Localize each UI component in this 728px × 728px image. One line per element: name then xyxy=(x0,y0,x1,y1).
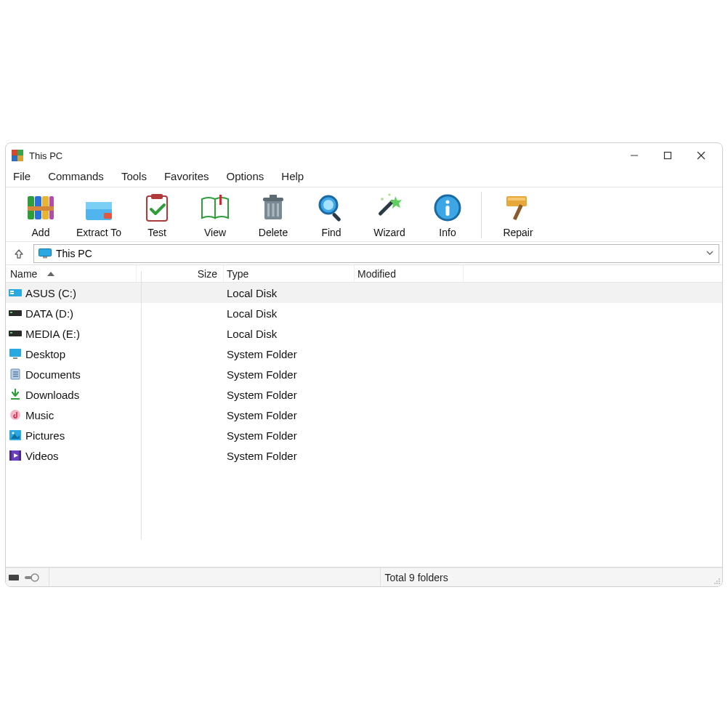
resize-grip-icon[interactable] xyxy=(711,568,722,586)
toolbar-label: View xyxy=(186,227,244,238)
svg-rect-11 xyxy=(151,194,163,199)
status-icons xyxy=(6,568,49,586)
list-item[interactable]: DownloadsSystem Folder xyxy=(6,384,722,405)
menu-commands[interactable]: Commands xyxy=(48,170,104,182)
column-name[interactable]: Name xyxy=(6,265,137,282)
item-type: System Folder xyxy=(224,389,355,401)
magnifier-icon xyxy=(315,192,347,224)
address-bar[interactable]: This PC xyxy=(33,244,719,263)
column-modified[interactable]: Modified xyxy=(355,265,464,282)
svg-point-60 xyxy=(719,583,720,584)
address-row: This PC xyxy=(6,242,722,265)
doc-icon xyxy=(9,368,23,381)
item-name: Pictures xyxy=(25,429,65,442)
menu-tools[interactable]: Tools xyxy=(121,170,147,182)
item-type: System Folder xyxy=(224,450,355,462)
item-type: System Folder xyxy=(224,409,355,421)
item-type: System Folder xyxy=(224,368,355,381)
svg-rect-30 xyxy=(513,204,523,220)
toolbar-view[interactable]: View xyxy=(186,190,244,238)
list-item[interactable]: PicturesSystem Folder xyxy=(6,425,722,445)
toolbar-label: Delete xyxy=(244,227,302,238)
item-type: System Folder xyxy=(224,348,355,360)
menu-file[interactable]: File xyxy=(13,170,31,182)
svg-rect-37 xyxy=(10,312,12,313)
column-size[interactable]: Size xyxy=(137,265,224,282)
svg-point-63 xyxy=(714,583,716,584)
svg-point-50 xyxy=(12,432,15,434)
svg-rect-29 xyxy=(508,198,525,201)
svg-rect-18 xyxy=(270,195,277,198)
menu-favorites[interactable]: Favorites xyxy=(164,170,209,182)
list-item[interactable]: MEDIA (E:)Local Disk xyxy=(6,323,722,344)
list-item[interactable]: DocumentsSystem Folder xyxy=(6,364,722,384)
svg-rect-34 xyxy=(10,291,14,292)
minimize-button[interactable] xyxy=(618,145,651,166)
menu-options[interactable]: Options xyxy=(227,170,264,182)
toolbar-label: Test xyxy=(128,227,186,238)
clipboard-check-icon xyxy=(141,192,173,224)
toolbar-wizard[interactable]: Wizard xyxy=(360,190,418,238)
toolbar-repair[interactable]: Repair xyxy=(489,190,547,238)
books-icon xyxy=(25,192,57,224)
column-type[interactable]: Type xyxy=(224,265,355,282)
list-item[interactable]: VideosSystem Folder xyxy=(6,445,722,466)
svg-rect-21 xyxy=(331,212,341,222)
list-item[interactable]: ASUS (C:)Local Disk xyxy=(6,283,722,303)
svg-rect-15 xyxy=(272,203,275,217)
list-item[interactable]: DesktopSystem Folder xyxy=(6,344,722,364)
item-name: ASUS (C:) xyxy=(25,287,76,299)
toolbar-label: Wizard xyxy=(360,227,418,238)
toolbar-find[interactable]: Find xyxy=(302,190,360,238)
item-name: Downloads xyxy=(25,389,79,401)
toolbar-label: Info xyxy=(418,227,477,238)
disk-blue-icon xyxy=(9,286,23,299)
svg-rect-32 xyxy=(43,256,47,259)
svg-rect-31 xyxy=(39,248,52,256)
toolbar-label: Add xyxy=(12,227,70,238)
svg-point-56 xyxy=(31,574,39,581)
svg-rect-52 xyxy=(9,450,12,461)
svg-rect-8 xyxy=(28,206,54,211)
download-icon xyxy=(9,388,23,401)
window: This PC File Commands Tools Favorites Op… xyxy=(5,142,723,587)
svg-point-24 xyxy=(389,194,391,196)
picture-icon xyxy=(9,429,23,442)
list-item[interactable]: DATA (D:)Local Disk xyxy=(6,303,722,323)
item-type: Local Disk xyxy=(224,287,355,299)
toolbar-label: Find xyxy=(302,227,360,238)
toolbar: AddExtract ToTestViewDeleteFindWizardInf… xyxy=(6,187,722,242)
toolbar-add[interactable]: Add xyxy=(12,190,70,238)
svg-point-59 xyxy=(719,581,720,582)
toolbar-extract-to[interactable]: Extract To xyxy=(70,190,128,238)
menu-help[interactable]: Help xyxy=(281,170,304,182)
toolbar-info[interactable]: Info xyxy=(418,190,477,238)
toolbar-label: Repair xyxy=(489,227,547,238)
item-type: Local Disk xyxy=(224,328,355,340)
sort-indicator-icon xyxy=(47,270,54,278)
close-button[interactable] xyxy=(684,145,718,166)
status-total: Total 9 folders xyxy=(381,568,711,586)
svg-rect-12 xyxy=(219,195,222,205)
address-text: This PC xyxy=(56,248,92,259)
toolbar-separator xyxy=(481,192,482,238)
svg-rect-10 xyxy=(147,196,167,221)
svg-rect-14 xyxy=(267,203,270,217)
folder-extract-icon xyxy=(83,192,115,224)
video-icon xyxy=(9,449,23,462)
list-header: Name Size Type Modified xyxy=(6,265,722,283)
toolbar-test[interactable]: Test xyxy=(128,190,186,238)
svg-point-20 xyxy=(323,200,333,210)
list-item[interactable]: MusicSystem Folder xyxy=(6,405,722,425)
chevron-down-icon[interactable] xyxy=(705,248,714,259)
disk-dark-icon xyxy=(9,327,23,340)
disk-dark-icon xyxy=(9,307,23,320)
svg-point-61 xyxy=(716,581,718,582)
svg-rect-16 xyxy=(277,203,279,217)
toolbar-delete[interactable]: Delete xyxy=(244,190,302,238)
svg-rect-40 xyxy=(9,349,21,357)
toolbar-label: Extract To xyxy=(70,227,128,238)
maximize-button[interactable] xyxy=(651,145,684,166)
menu-bar: File Commands Tools Favorites Options He… xyxy=(6,168,722,187)
up-button[interactable] xyxy=(9,245,29,262)
